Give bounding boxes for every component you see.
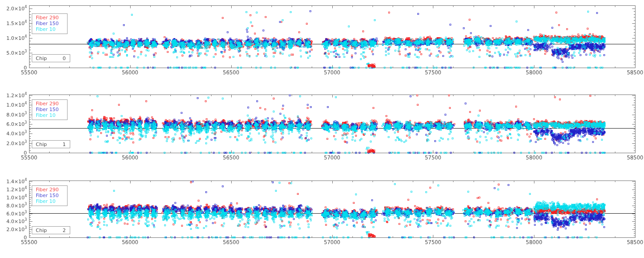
x-tick-label: 56000 (122, 155, 139, 161)
y-tick-label: 4.0×103 (6, 219, 27, 224)
fiber-flux-vs-mjd-figure: 05.0×1031.0×1041.5×1042.0×10455500560005… (0, 0, 644, 258)
y-tick-label: 8.0×103 (6, 202, 27, 208)
legend-box: Fiber 290 Fiber 150 Fiber 10 (32, 99, 68, 120)
x-tick-label: 58500 (627, 69, 644, 76)
chip-number: 0 (63, 56, 66, 61)
legend-box: Fiber 290 Fiber 150 Fiber 10 (32, 13, 68, 34)
y-tick-label: 1.0×104 (6, 102, 27, 108)
chip-0-scatter-plot (0, 0, 644, 86)
x-tick-label: 58500 (627, 239, 644, 245)
chip-number: 2 (63, 228, 66, 233)
x-tick-label: 56500 (223, 239, 239, 245)
x-tick-label: 57000 (324, 69, 340, 76)
y-tick-label: 6.0×103 (6, 121, 27, 127)
legend-item-fiber-10: Fiber 10 (36, 112, 67, 118)
y-tick-label: 2.0×104 (6, 5, 27, 11)
y-tick-label: 1.4×104 (6, 179, 27, 185)
y-tick-label: 1.2×104 (6, 93, 27, 99)
chip-label: Chip (36, 56, 47, 61)
x-tick-label: 58500 (627, 155, 644, 161)
x-tick-label: 55500 (21, 155, 38, 161)
x-tick-label: 58000 (526, 155, 542, 161)
legend-item-fiber-290: Fiber 290 (36, 101, 67, 107)
chip-label-box: Chip 0 (32, 54, 70, 62)
y-tick-label: 1.0×104 (6, 194, 27, 200)
y-tick-label: 6.0×103 (6, 211, 27, 216)
y-tick-label: 4.0×103 (6, 131, 27, 137)
x-tick-label: 56500 (223, 69, 239, 76)
x-tick-label: 58000 (526, 239, 542, 245)
chip-number: 1 (63, 142, 66, 147)
chip-label: Chip (36, 142, 47, 147)
y-tick-label: 8.0×103 (6, 112, 27, 117)
legend-item-fiber-150: Fiber 150 (36, 107, 67, 112)
legend-item-fiber-150: Fiber 150 (36, 193, 67, 198)
legend-box: Fiber 290 Fiber 150 Fiber 10 (32, 185, 68, 206)
legend-item-fiber-290: Fiber 290 (36, 15, 67, 21)
x-tick-label: 57000 (324, 239, 340, 245)
x-tick-label: 56000 (122, 69, 139, 76)
y-tick-label: 1.0×104 (6, 35, 27, 41)
chip-2-scatter-plot (0, 172, 644, 258)
legend-item-fiber-290: Fiber 290 (36, 187, 67, 193)
x-tick-label: 58000 (526, 69, 542, 76)
y-tick-label: 5.0×103 (6, 50, 27, 56)
chip-label-box: Chip 1 (32, 140, 70, 148)
legend-item-fiber-10: Fiber 10 (36, 26, 67, 32)
x-tick-label: 57000 (324, 155, 340, 161)
x-tick-label: 55500 (21, 69, 38, 76)
x-tick-label: 55500 (21, 239, 38, 245)
chip-1-scatter-plot (0, 86, 644, 172)
x-tick-label: 57500 (425, 69, 441, 76)
y-tick-label: 1.2×104 (6, 187, 27, 193)
chip-2-panel: 02.0×1034.0×1036.0×1038.0×1031.0×1041.2×… (0, 172, 644, 258)
x-tick-label: 57500 (425, 155, 441, 161)
y-tick-label: 1.5×104 (6, 20, 27, 26)
y-tick-label: 2.0×103 (6, 140, 27, 146)
x-tick-label: 57500 (425, 239, 441, 245)
legend-item-fiber-150: Fiber 150 (36, 21, 67, 26)
x-tick-label: 56500 (223, 155, 239, 161)
y-tick-label: 2.0×103 (6, 227, 27, 232)
chip-label: Chip (36, 228, 47, 233)
x-tick-label: 56000 (122, 239, 139, 245)
legend-item-fiber-10: Fiber 10 (36, 198, 67, 204)
chip-label-box: Chip 2 (32, 226, 70, 234)
chip-0-panel: 05.0×1031.0×1041.5×1042.0×10455500560005… (0, 0, 644, 86)
chip-1-panel: 02.0×1034.0×1036.0×1038.0×1031.0×1041.2×… (0, 86, 644, 172)
